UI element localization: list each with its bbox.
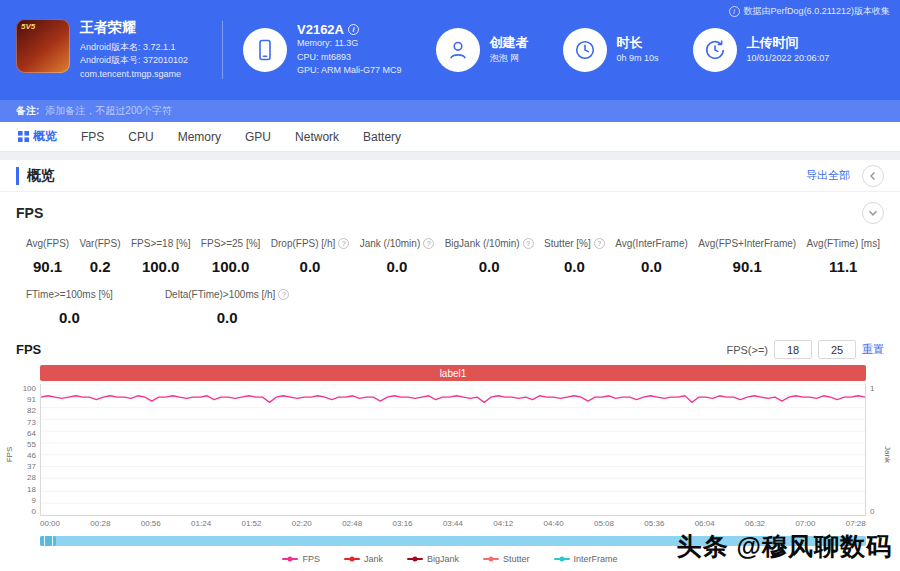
chart-scrollbar[interactable] — [40, 536, 866, 546]
tab-GPU[interactable]: GPU — [245, 130, 271, 144]
duration-info: 时长 0h 9m 10s — [563, 28, 659, 72]
metric-Avg(FTime) [ms]: Avg(FTime) [ms]11.1 — [807, 238, 880, 275]
overview-title: 概览 — [16, 167, 55, 185]
tab-bar: 概览FPSCPUMemoryGPUNetworkBattery — [0, 122, 900, 152]
y-tick-right: 0 — [870, 507, 884, 516]
legend-item-InterFrame[interactable]: InterFrame — [554, 554, 618, 564]
tab-label: GPU — [245, 130, 271, 144]
metric-Drop(FPS) [/h]: Drop(FPS) [/h]?0.0 — [271, 238, 349, 275]
x-tick: 04:40 — [544, 519, 564, 528]
legend-item-BigJank[interactable]: BigJank — [407, 554, 459, 564]
legend-label: Stutter — [503, 554, 530, 564]
info-icon: i — [729, 6, 740, 17]
x-tick: 07:00 — [795, 519, 815, 528]
tab-概览[interactable]: 概览 — [18, 128, 57, 145]
y-axis-title-right: Jank — [883, 446, 892, 463]
header-divider — [222, 21, 223, 79]
metric-Avg(FPS): Avg(FPS)90.1 — [26, 238, 69, 275]
metric-label: Drop(FPS) [/h]? — [271, 238, 349, 249]
metric-label: Avg(FTime) [ms] — [807, 238, 880, 249]
metrics-row-2: FTime>=100ms [%]0.0Delta(FTime)>100ms [/… — [0, 275, 900, 326]
x-tick: 02:48 — [342, 519, 362, 528]
metric-label: FPS>=25 [%] — [201, 238, 260, 249]
game-icon-badge: 5V5 — [21, 22, 35, 31]
fps-collapse-button[interactable] — [862, 202, 884, 224]
metric-Avg(InterFrame): Avg(InterFrame)0.0 — [615, 238, 688, 275]
metric-value: 100.0 — [201, 258, 260, 275]
y-tick-right: 1 — [870, 384, 884, 393]
metric-value: 90.1 — [26, 258, 69, 275]
tab-label: Memory — [178, 130, 221, 144]
app-version-name: Android版本名: 3.72.1.1 — [80, 41, 188, 55]
metric-label: Jank (/10min)? — [360, 238, 435, 249]
creator-value: 泡泡 网 — [490, 52, 529, 66]
duration-value: 0h 9m 10s — [617, 52, 659, 66]
app-info: 5V5 王者荣耀 Android版本名: 3.72.1.1 Android版本号… — [16, 19, 222, 82]
metric-FPS>=25 [%]: FPS>=25 [%]100.0 — [201, 238, 260, 275]
x-tick: 06:32 — [745, 519, 765, 528]
tab-Network[interactable]: Network — [295, 130, 339, 144]
legend-marker — [282, 558, 298, 560]
fps-chart-area: label1 FPS 10091827364554637281890 10 Ja… — [16, 365, 884, 564]
metric-Jank (/10min): Jank (/10min)?0.0 — [360, 238, 435, 275]
metric-Avg(FPS+InterFrame): Avg(FPS+InterFrame)90.1 — [698, 238, 796, 275]
metric-value: 0.0 — [165, 309, 290, 326]
metric-value: 0.0 — [615, 258, 688, 275]
x-tick: 02:20 — [292, 519, 312, 528]
x-tick: 00:28 — [90, 519, 110, 528]
phone-icon — [243, 28, 287, 72]
legend-item-Jank[interactable]: Jank — [344, 554, 383, 564]
panel-collapse-button[interactable] — [862, 165, 884, 187]
tab-FPS[interactable]: FPS — [81, 130, 104, 144]
metric-value: 0.0 — [26, 309, 113, 326]
device-info-icon[interactable]: i — [348, 24, 359, 35]
metric-label: Var(FPS) — [80, 238, 121, 249]
note-input[interactable]: 添加备注，不超过200个字符 — [45, 104, 172, 118]
legend-item-Stutter[interactable]: Stutter — [483, 554, 530, 564]
clock-icon — [563, 28, 607, 72]
x-tick: 03:16 — [393, 519, 413, 528]
content-gap — [0, 152, 900, 160]
legend-marker — [483, 558, 499, 560]
metric-info-icon[interactable]: ? — [523, 238, 534, 249]
legend-label: BigJank — [427, 554, 459, 564]
device-info: V2162A i Memory: 11.3G CPU: mt6893 GPU: … — [243, 22, 402, 79]
x-tick: 05:36 — [644, 519, 664, 528]
metric-label: FTime>=100ms [%] — [26, 289, 113, 300]
export-all-link[interactable]: 导出全部 — [806, 168, 850, 183]
tab-Battery[interactable]: Battery — [363, 130, 401, 144]
fps-threshold-input-1[interactable] — [774, 340, 812, 359]
metric-value: 90.1 — [698, 258, 796, 275]
x-tick: 05:08 — [594, 519, 614, 528]
metric-value: 0.0 — [271, 258, 349, 275]
y-tick: 28 — [27, 473, 36, 482]
x-tick: 01:24 — [191, 519, 211, 528]
x-tick: 00:56 — [141, 519, 161, 528]
metric-label: Avg(FPS) — [26, 238, 69, 249]
legend-item-FPS[interactable]: FPS — [282, 554, 320, 564]
fps-threshold-input-2[interactable] — [818, 340, 856, 359]
y-axis-right: 10 — [866, 384, 884, 516]
tab-CPU[interactable]: CPU — [128, 130, 153, 144]
app-package-name: com.tencent.tmgp.sgame — [80, 68, 188, 82]
reset-link[interactable]: 重置 — [862, 342, 884, 357]
metric-info-icon[interactable]: ? — [594, 238, 605, 249]
tab-Memory[interactable]: Memory — [178, 130, 221, 144]
metric-info-icon[interactable]: ? — [278, 289, 289, 300]
y-tick: 73 — [27, 418, 36, 427]
x-tick: 07:28 — [846, 519, 866, 528]
metric-label: FPS>=18 [%] — [131, 238, 190, 249]
tab-label: Network — [295, 130, 339, 144]
note-bar: 备注: 添加备注，不超过200个字符 — [0, 100, 900, 122]
fps-line-chart[interactable] — [40, 384, 866, 516]
y-tick: 37 — [27, 462, 36, 471]
metric-info-icon[interactable]: ? — [423, 238, 434, 249]
scrollbar-grip[interactable] — [40, 536, 56, 546]
metric-value: 100.0 — [131, 258, 190, 275]
metric-label: Stutter [%]? — [544, 238, 605, 249]
y-axis-title-left: FPS — [5, 447, 14, 463]
y-tick: 100 — [23, 384, 36, 393]
y-tick: 55 — [27, 440, 36, 449]
metric-Var(FPS): Var(FPS)0.2 — [80, 238, 121, 275]
metric-info-icon[interactable]: ? — [338, 238, 349, 249]
